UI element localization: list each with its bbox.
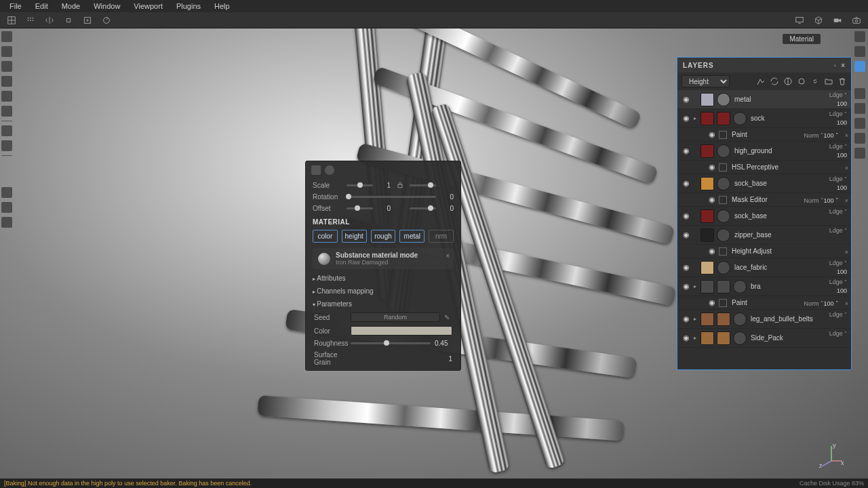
menu-window[interactable]: Window: [88, 1, 125, 12]
blend-mode[interactable]: Ldge: [829, 143, 847, 150]
layer-opacity[interactable]: 100: [837, 287, 847, 294]
sub-opacity[interactable]: 100: [823, 300, 839, 307]
layer-opacity[interactable]: 100: [837, 152, 847, 159]
visibility-icon[interactable]: ◉: [682, 314, 691, 323]
refresh-icon[interactable]: [100, 14, 113, 26]
projection-tool-icon[interactable]: [1, 61, 12, 72]
visibility-icon[interactable]: ◉: [707, 247, 717, 256]
shelf-tab-icon[interactable]: [854, 148, 865, 159]
seed-edit-icon[interactable]: ✎: [444, 314, 452, 321]
parameters-section[interactable]: Parameters: [306, 298, 460, 310]
panel-view-icon[interactable]: [325, 165, 334, 175]
scale-slider-2[interactable]: [410, 184, 436, 186]
layers-close-icon[interactable]: ×: [841, 62, 846, 69]
color-swatch[interactable]: [351, 326, 452, 336]
channel-rough[interactable]: rough: [371, 230, 396, 243]
layer-opacity[interactable]: 100: [837, 100, 847, 107]
fx-icon[interactable]: [756, 77, 766, 86]
sub-close-icon[interactable]: ×: [845, 249, 848, 256]
layers-tab-icon[interactable]: [854, 61, 865, 72]
refresh-layer-icon[interactable]: [770, 77, 779, 86]
layer-row[interactable]: ◉metalLdge100: [677, 90, 851, 109]
visibility-icon[interactable]: ◉: [707, 130, 717, 139]
picker-tool-icon[interactable]: [1, 125, 12, 136]
cube-icon[interactable]: [812, 14, 825, 26]
layer-row[interactable]: ◉▸braLdge100: [677, 277, 851, 296]
menu-help[interactable]: Help: [209, 1, 235, 12]
camera-icon[interactable]: [850, 14, 863, 26]
sub-close-icon[interactable]: ×: [845, 132, 848, 139]
display-tab-icon[interactable]: [854, 118, 865, 129]
channel-select[interactable]: Height: [682, 75, 730, 87]
layers-popout-icon[interactable]: ▫: [834, 62, 837, 69]
layer-row[interactable]: ◉zipper_baseLdge: [677, 226, 851, 245]
frame-icon[interactable]: [81, 14, 94, 26]
blend-mode[interactable]: Ldge: [829, 330, 847, 337]
folder-icon[interactable]: [824, 77, 833, 86]
select-tool-icon[interactable]: [1, 187, 12, 198]
folder-chevron-icon[interactable]: ▸: [691, 283, 699, 289]
menu-mode[interactable]: Mode: [56, 1, 86, 12]
roughness-slider[interactable]: [351, 342, 431, 344]
sublayer-row[interactable]: ◉HSL Perceptive×: [677, 161, 851, 174]
channels-tab-icon[interactable]: [854, 88, 865, 99]
visibility-icon[interactable]: ◉: [682, 333, 691, 342]
grid-menu-icon[interactable]: [24, 14, 37, 26]
sub-close-icon[interactable]: ×: [845, 165, 848, 171]
visibility-icon[interactable]: ◉: [707, 298, 717, 307]
attributes-section[interactable]: Attributes: [306, 272, 460, 285]
mask-tool-icon[interactable]: [1, 202, 12, 213]
layer-row[interactable]: ◉high_groundLdge100: [677, 142, 851, 161]
monitor-icon[interactable]: [793, 14, 806, 26]
material-mode-close-icon[interactable]: ×: [446, 252, 450, 260]
channels-mapping-section[interactable]: Channels mapping: [306, 285, 460, 298]
layer-opacity[interactable]: 100: [837, 268, 847, 275]
layer-row[interactable]: ◉▸Side_PackLdge: [677, 329, 851, 348]
channel-nrm[interactable]: nrm: [429, 230, 454, 243]
visibility-icon[interactable]: ◉: [682, 282, 691, 291]
layer-row[interactable]: ◉▸sockLdge100: [677, 109, 851, 128]
visibility-icon[interactable]: ◉: [707, 195, 717, 204]
offset-slider-y[interactable]: [410, 207, 436, 209]
fill-tool-icon[interactable]: [1, 76, 12, 87]
smudge-tool-icon[interactable]: [1, 91, 12, 102]
blend-mode[interactable]: Ldge: [829, 227, 847, 234]
clone-tool-icon[interactable]: [1, 106, 12, 117]
axis-gizmo[interactable]: y x z: [818, 442, 845, 470]
menu-edit[interactable]: Edit: [30, 1, 54, 12]
link-layer-icon[interactable]: [810, 77, 820, 86]
properties-tab-icon[interactable]: [854, 31, 865, 42]
trash-icon[interactable]: [837, 77, 847, 86]
channel-color[interactable]: color: [313, 230, 338, 243]
blend-mode[interactable]: Ldge: [829, 208, 847, 215]
menu-viewport[interactable]: Viewport: [128, 1, 168, 12]
channel-metal[interactable]: metal: [399, 230, 425, 243]
channel-height[interactable]: height: [342, 230, 367, 243]
textures-tab-icon[interactable]: [854, 46, 865, 57]
sub-blend[interactable]: Norm: [804, 300, 824, 307]
visibility-icon[interactable]: ◉: [682, 230, 691, 239]
offset-slider-x[interactable]: [347, 207, 373, 209]
layer-row[interactable]: ◉lace_fabricLdge100: [677, 258, 851, 277]
visibility-icon[interactable]: ◉: [682, 114, 691, 123]
sublayer-name[interactable]: HSL Perceptive: [729, 163, 847, 171]
sub-blend[interactable]: Norm: [804, 197, 824, 204]
sub-blend[interactable]: Norm: [804, 132, 824, 139]
sublayer-row[interactable]: ◉PaintNorm100×: [677, 128, 851, 142]
panel-mode-icon[interactable]: [311, 165, 321, 175]
menu-file[interactable]: File: [4, 1, 27, 12]
visibility-icon[interactable]: ◉: [707, 163, 717, 171]
sublayer-row[interactable]: ◉PaintNorm100×: [677, 296, 851, 310]
visibility-icon[interactable]: ◉: [682, 211, 691, 220]
layer-opacity[interactable]: 100: [837, 184, 847, 191]
visibility-icon[interactable]: ◉: [682, 146, 691, 155]
sublayer-name[interactable]: Height Adjust: [729, 247, 847, 255]
misc-tool-icon[interactable]: [1, 217, 12, 228]
layer-row[interactable]: ◉sock_baseLdge: [677, 207, 851, 226]
lock-icon[interactable]: [396, 181, 404, 189]
visibility-icon[interactable]: ◉: [682, 263, 691, 272]
blend-mode[interactable]: Ldge: [829, 260, 847, 266]
random-button[interactable]: Random: [351, 312, 440, 322]
video-icon[interactable]: [831, 14, 844, 26]
blend-mode[interactable]: Ldge: [829, 92, 847, 98]
